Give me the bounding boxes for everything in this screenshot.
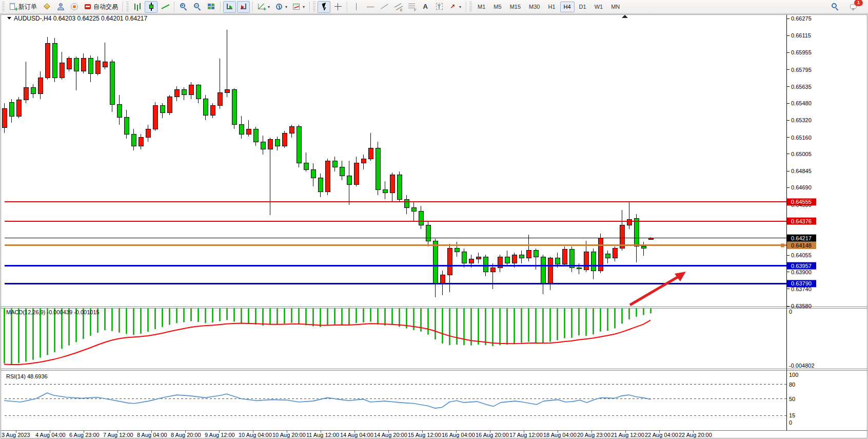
candle-down bbox=[397, 175, 402, 199]
horizontal-line-button[interactable] bbox=[364, 1, 377, 13]
candle-up bbox=[139, 138, 143, 146]
candle-up bbox=[24, 87, 28, 100]
candle-down bbox=[203, 99, 208, 115]
macd-axis-max: 0 bbox=[789, 309, 792, 315]
candle-up bbox=[81, 59, 86, 71]
separator bbox=[174, 2, 174, 12]
separator bbox=[347, 2, 347, 12]
chevron-down-icon: ▾ bbox=[459, 5, 461, 9]
indicators-button[interactable]: ▾ bbox=[255, 1, 272, 13]
toolbar-grip[interactable] bbox=[126, 2, 129, 12]
timeframe-d1-button[interactable]: D1 bbox=[576, 2, 590, 12]
arrows-button[interactable]: ▾ bbox=[447, 1, 463, 13]
profile-button[interactable] bbox=[54, 1, 67, 13]
signals-button[interactable] bbox=[68, 1, 81, 13]
toolbar-grip[interactable] bbox=[313, 2, 315, 12]
chart-shift-icon bbox=[240, 3, 248, 11]
new-order-icon bbox=[9, 3, 17, 11]
timeframe-m1-button[interactable]: M1 bbox=[474, 2, 489, 12]
candle-down bbox=[160, 105, 165, 113]
bar-chart-icon bbox=[133, 3, 142, 11]
candle-down bbox=[117, 104, 122, 117]
time-axis-label: 6 Aug 23:00 bbox=[69, 432, 100, 438]
chart-canvas[interactable]: 0.662750.661150.659550.657950.656350.654… bbox=[0, 14, 868, 439]
autotrading-button[interactable]: 自动交易 bbox=[82, 1, 120, 13]
crosshair-button[interactable] bbox=[331, 1, 344, 13]
candle-down bbox=[419, 211, 423, 225]
crosshair-icon bbox=[334, 3, 342, 11]
price-tick-label: 0.63580 bbox=[791, 303, 812, 309]
candle-down bbox=[541, 257, 545, 283]
fibonacci-button[interactable] bbox=[405, 1, 418, 13]
candle-down bbox=[555, 258, 560, 264]
periods-button[interactable]: ▾ bbox=[273, 1, 289, 13]
auto-scroll-button[interactable] bbox=[223, 1, 236, 13]
separator bbox=[309, 2, 310, 12]
tile-windows-button[interactable] bbox=[205, 1, 218, 13]
time-axis-label: 14 Aug 04:00 bbox=[340, 432, 373, 438]
text-button[interactable] bbox=[419, 1, 432, 13]
toolbar-grip[interactable] bbox=[469, 2, 472, 12]
text-label-icon bbox=[436, 3, 444, 11]
chart-title: AUDUSD-,H4 0.64203 0.64225 0.64201 0.642… bbox=[14, 15, 148, 22]
zoom-out-button[interactable] bbox=[191, 1, 204, 13]
bar-chart-button[interactable] bbox=[131, 1, 144, 13]
candle-up bbox=[368, 148, 373, 159]
price-badge-label: 0.64217 bbox=[791, 235, 812, 241]
price-badge-label: 0.64376 bbox=[791, 218, 812, 224]
timeframe-mn-button[interactable]: MN bbox=[607, 2, 623, 12]
cursor-button[interactable] bbox=[318, 1, 330, 13]
candle-down bbox=[426, 225, 430, 241]
time-axis-label: 16 Aug 20:00 bbox=[476, 432, 509, 438]
candle-down bbox=[569, 250, 574, 268]
timeframe-w1-button[interactable]: W1 bbox=[591, 2, 607, 12]
notifications-button[interactable]: 1 bbox=[847, 1, 860, 13]
toolbar-grip[interactable] bbox=[2, 2, 5, 12]
candle-up bbox=[103, 62, 107, 67]
price-tick-label: 0.64845 bbox=[791, 168, 812, 174]
market-watch-button[interactable] bbox=[40, 1, 53, 13]
crystal-icon bbox=[43, 3, 51, 11]
zoom-in-icon bbox=[180, 3, 188, 11]
candle-up bbox=[440, 275, 445, 284]
candle-up bbox=[16, 100, 21, 116]
candle-up bbox=[210, 105, 215, 115]
line-handle[interactable] bbox=[781, 243, 784, 247]
horizontal-line-icon bbox=[366, 3, 374, 11]
chart-window: 0.662750.661150.659550.657950.656350.654… bbox=[0, 14, 868, 439]
timeframe-m30-button[interactable]: M30 bbox=[525, 2, 543, 12]
rsi-level-50: 50 bbox=[789, 396, 795, 402]
timeframe-m5-button[interactable]: M5 bbox=[490, 2, 505, 12]
fibonacci-icon bbox=[408, 3, 416, 11]
templates-button[interactable]: ▾ bbox=[290, 1, 307, 13]
price-badge-label: 0.64148 bbox=[791, 242, 812, 249]
timeframe-m15-button[interactable]: M15 bbox=[506, 2, 524, 12]
candle-up bbox=[60, 63, 64, 78]
line-chart-button[interactable] bbox=[159, 1, 171, 13]
candle-down bbox=[182, 89, 186, 94]
chart-shift-button[interactable] bbox=[237, 1, 250, 13]
candle-down bbox=[641, 246, 646, 249]
timeframe-h4-button[interactable]: H4 bbox=[560, 2, 575, 12]
candle-down bbox=[311, 169, 315, 178]
new-order-button[interactable]: 新订单 bbox=[7, 1, 39, 13]
candlestick-chart-button[interactable] bbox=[145, 1, 157, 13]
search-button[interactable] bbox=[828, 1, 841, 13]
candle-down bbox=[131, 134, 136, 146]
candle-down bbox=[88, 59, 93, 73]
candle-down bbox=[275, 140, 280, 146]
timeframe-h1-button[interactable]: H1 bbox=[544, 2, 559, 12]
zoom-in-button[interactable] bbox=[177, 1, 190, 13]
candle-down bbox=[196, 85, 201, 99]
candle-down bbox=[253, 129, 258, 142]
channel-button[interactable] bbox=[391, 1, 404, 13]
autotrading-icon bbox=[84, 3, 92, 11]
candle-up bbox=[289, 127, 294, 133]
candle-up bbox=[45, 44, 50, 78]
rsi-level-100: 100 bbox=[789, 372, 798, 378]
trendline-button[interactable] bbox=[378, 1, 390, 13]
vertical-line-button[interactable] bbox=[350, 1, 363, 13]
tile-windows-icon bbox=[207, 3, 215, 11]
text-label-button[interactable] bbox=[433, 1, 446, 13]
new-order-label: 新订单 bbox=[18, 3, 37, 11]
